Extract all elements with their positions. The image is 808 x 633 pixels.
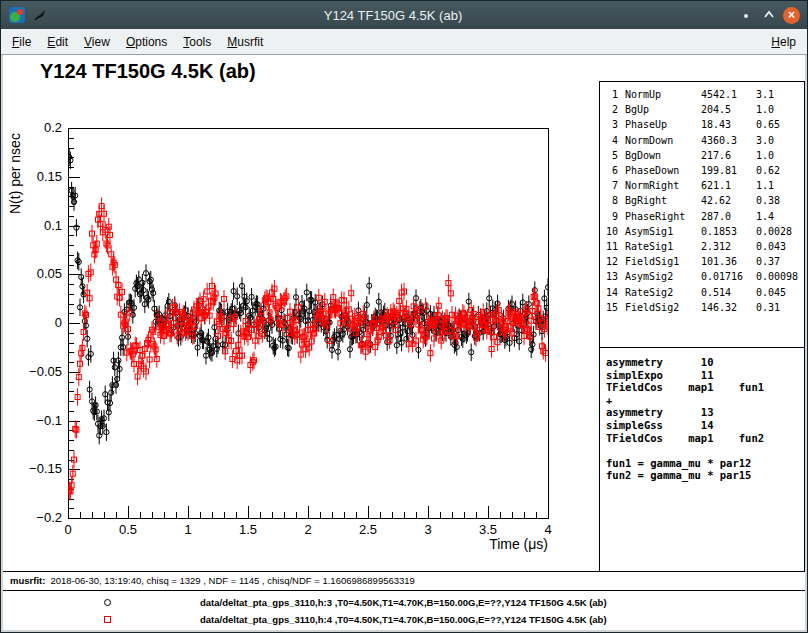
- theory-line: fun1 = gamma_mu * par12: [606, 457, 804, 470]
- param-name: AsymSig2: [625, 271, 701, 282]
- param-error: 1.4: [756, 211, 774, 222]
- root-canvas: Y124 TF150G 4.5K (ab) 00.511.522.533.540…: [3, 55, 805, 630]
- menubar: File Edit View Options Tools Musrfit Hel…: [1, 29, 807, 55]
- plot-area[interactable]: 00.511.522.533.540.20.150.10.050−0.05−0.…: [3, 101, 573, 581]
- svg-text:0.2: 0.2: [44, 120, 62, 135]
- param-error: 0.37: [756, 256, 780, 267]
- menu-help[interactable]: Help: [763, 31, 804, 53]
- svg-text:3: 3: [424, 522, 431, 537]
- legend-square-icon: [104, 616, 111, 623]
- pin-icon[interactable]: [31, 6, 49, 24]
- param-value: 621.1: [701, 180, 756, 191]
- param-error: 0.62: [756, 165, 780, 176]
- svg-text:0.5: 0.5: [119, 522, 137, 537]
- param-no: 6: [604, 165, 618, 176]
- param-value: 18.43: [701, 119, 756, 130]
- param-row: 14RateSig20.5140.045: [604, 284, 801, 299]
- titlebar[interactable]: Y124 TF150G 4.5K (ab) ×: [1, 1, 807, 29]
- param-value: 0.514: [701, 287, 756, 298]
- param-no: 9: [604, 211, 618, 222]
- param-name: AsymSig1: [625, 226, 701, 237]
- param-error: 1.1: [756, 180, 774, 191]
- param-name: RateSig1: [625, 241, 701, 252]
- param-no: 2: [604, 104, 618, 115]
- param-value: 199.81: [701, 165, 756, 176]
- menu-edit[interactable]: Edit: [39, 31, 76, 53]
- separator-line: [3, 590, 805, 591]
- menu-musrfit[interactable]: Musrfit: [219, 31, 271, 53]
- param-value: 42.62: [701, 195, 756, 206]
- svg-text:−0.15: −0.15: [29, 461, 62, 476]
- theory-line: +: [606, 394, 804, 407]
- x-axis-title: Time (μs): [489, 536, 548, 552]
- maximize-button[interactable]: [760, 6, 778, 24]
- param-no: 5: [604, 150, 618, 161]
- close-button[interactable]: ×: [783, 7, 800, 24]
- param-name: FieldSig1: [625, 256, 701, 267]
- param-row: 11RateSig12.3120.043: [604, 239, 801, 254]
- svg-text:1.5: 1.5: [239, 522, 257, 537]
- series-square: [67, 197, 551, 500]
- legend-text: data/deltat_pta_gps_3110,h:3 ,T0=4.50K,T…: [200, 597, 607, 608]
- param-row: 7NormRight621.11.1: [604, 178, 801, 193]
- param-no: 15: [604, 302, 618, 313]
- svg-text:−0.2: −0.2: [36, 510, 62, 525]
- param-name: NormRight: [625, 180, 701, 191]
- param-error: 0.38: [756, 195, 780, 206]
- param-name: PhaseDown: [625, 165, 701, 176]
- param-row: 9PhaseRight287.01.4: [604, 209, 801, 224]
- param-row: 4NormDown4360.33.0: [604, 133, 801, 148]
- svg-text:4: 4: [544, 522, 551, 537]
- theory-line: TFieldCos map1 fun2: [606, 432, 804, 445]
- param-name: BgDown: [625, 150, 701, 161]
- data-series-group: [67, 148, 551, 500]
- param-row: 5BgDown217.61.0: [604, 148, 801, 163]
- svg-text:0: 0: [55, 315, 62, 330]
- param-name: PhaseRight: [625, 211, 701, 222]
- param-name: RateSig2: [625, 287, 701, 298]
- param-row: 1NormUp4542.13.1: [604, 87, 801, 102]
- menu-options[interactable]: Options: [118, 31, 175, 53]
- status-text: 2018-06-30, 13:19:40, chisq = 1329 , NDF…: [50, 575, 415, 586]
- minimize-button[interactable]: [737, 6, 755, 24]
- param-value: 0.1853: [701, 226, 756, 237]
- y-axis-title: N(t) per nsec: [7, 133, 23, 214]
- param-row: 15FieldSig2146.320.31: [604, 300, 801, 315]
- separator-line: [3, 571, 805, 572]
- param-value: 101.36: [701, 256, 756, 267]
- param-name: BgRight: [625, 195, 701, 206]
- param-row: 2BgUp204.51.0: [604, 102, 801, 117]
- param-value: 287.0: [701, 211, 756, 222]
- theory-line: asymmetry 10: [606, 356, 804, 369]
- param-no: 7: [604, 180, 618, 191]
- param-name: NormUp: [625, 89, 701, 100]
- svg-text:0: 0: [64, 522, 71, 537]
- param-no: 12: [604, 256, 618, 267]
- param-row: 8BgRight42.620.38: [604, 193, 801, 208]
- param-name: PhaseUp: [625, 119, 701, 130]
- menu-tools[interactable]: Tools: [175, 31, 219, 53]
- fit-status-line: musrfit:2018-06-30, 13:19:40, chisq = 13…: [10, 575, 415, 586]
- param-error: 0.00098: [756, 271, 798, 282]
- plot-legend: data/deltat_pta_gps_3110,h:3 ,T0=4.50K,T…: [3, 594, 805, 628]
- param-value: 0.01716: [701, 271, 756, 282]
- legend-text: data/deltat_pta_gps_3110,h:4 ,T0=4.50K,T…: [200, 614, 607, 625]
- svg-text:0.1: 0.1: [44, 218, 62, 233]
- menu-file[interactable]: File: [4, 31, 39, 53]
- plot-title: Y124 TF150G 4.5K (ab): [40, 60, 256, 83]
- param-name: FieldSig2: [625, 302, 701, 313]
- svg-text:−0.05: −0.05: [29, 364, 62, 379]
- param-error: 0.043: [756, 241, 786, 252]
- fit-parameters-panel: 1NormUp4542.13.12BgUp204.51.03PhaseUp18.…: [599, 81, 805, 348]
- param-no: 10: [604, 226, 618, 237]
- svg-text:2: 2: [304, 522, 311, 537]
- svg-text:0.15: 0.15: [37, 169, 62, 184]
- svg-text:1: 1: [184, 522, 191, 537]
- param-row: 6PhaseDown199.810.62: [604, 163, 801, 178]
- menu-view[interactable]: View: [76, 31, 118, 53]
- param-value: 4542.1: [701, 89, 756, 100]
- param-no: 1: [604, 89, 618, 100]
- param-error: 1.0: [756, 150, 774, 161]
- param-value: 146.32: [701, 302, 756, 313]
- param-no: 8: [604, 195, 618, 206]
